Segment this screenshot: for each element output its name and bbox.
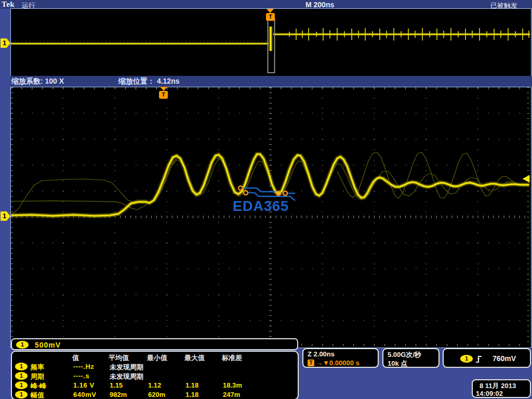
measurement-value: ----.s	[73, 372, 89, 380]
col-header-min: 最小值	[147, 353, 167, 363]
ghost-trace	[337, 152, 524, 198]
measurement-max: 1.18	[185, 391, 198, 398]
col-header-max: 最大值	[184, 353, 205, 363]
channel-scale-bar: 1 500mV	[11, 338, 298, 350]
col-header-value: 值	[72, 353, 79, 363]
datetime-box: 8 11月 2013 14:09:02	[472, 379, 531, 398]
trigger-position-arrow-overview[interactable]	[267, 9, 274, 13]
channel1-marker-overview[interactable]: 1	[1, 38, 10, 48]
measurement-name: 幅值	[31, 391, 44, 399]
trigger-t-badge-main[interactable]: T	[159, 91, 168, 99]
channel1-badge: 1	[15, 372, 28, 380]
measurement-std: 18.3m	[223, 381, 242, 389]
trace-edge-arrow	[523, 175, 530, 183]
channel1-badge: 1	[16, 341, 29, 349]
trigger-t-icon: T	[308, 360, 314, 366]
measurement-row-period: 1 周期 ----.s 未发现周期	[12, 372, 300, 380]
sample-rate-readout: 5.00G次/秒	[388, 350, 421, 360]
measurement-value: 1.16 V	[73, 381, 95, 389]
measurement-value: ----.Hz	[73, 363, 94, 370]
trigger-position-readout: →▼0.00000 s	[316, 359, 360, 367]
measurement-value: 640mV	[73, 391, 96, 398]
zoom-timebase-box: Z 2.00ns T →▼0.00000 s	[302, 348, 379, 368]
measurement-name: 峰-峰	[31, 381, 46, 391]
acquisition-box: 5.00G次/秒 10k 点	[382, 348, 440, 368]
measurement-max: 1.18	[185, 381, 198, 389]
record-length-readout: 10k 点	[388, 359, 407, 368]
col-header-mean: 平均值	[109, 353, 129, 363]
rising-edge-icon	[475, 354, 483, 364]
time-readout: 14:09:02	[476, 390, 503, 397]
watermark-text: EDA365	[233, 198, 289, 215]
col-header-std: 标准差	[222, 353, 242, 363]
measurement-min: 620m	[148, 391, 165, 398]
channel1-marker-main[interactable]: 1	[1, 211, 10, 221]
main-waveform-window	[10, 87, 531, 348]
main-waveform-svg	[11, 87, 530, 347]
measurement-name: 周期	[31, 372, 44, 381]
trigger-level-readout: 760mV	[493, 354, 516, 363]
measurement-note: 未发现周期	[110, 372, 143, 381]
oscilloscope-screen: Tek 运行 M 200ns 已被触发 1 T 缩放系数: 100 X 缩放位置…	[0, 0, 532, 399]
measurement-note: 未发现周期	[110, 363, 143, 372]
measurement-mean: 1.15	[110, 381, 123, 389]
tek-logo: Tek	[2, 0, 15, 9]
measurement-row-amplitude: 1 幅值 640mV 982m 620m 1.18 247m	[12, 391, 300, 399]
measurement-name: 频率	[31, 363, 44, 372]
trigger-t-badge-overview[interactable]: T	[266, 13, 275, 21]
measurement-min: 1.12	[148, 381, 161, 389]
title-bar: Tek 运行 M 200ns 已被触发	[0, 0, 532, 9]
channel1-badge: 1	[460, 355, 473, 363]
measurement-panel: 值 平均值 最小值 最大值 标准差 1 频率 ----.Hz 未发现周期 1 周…	[11, 351, 299, 399]
main-timebase-readout: M 200ns	[305, 1, 334, 9]
channel1-badge: 1	[15, 363, 28, 370]
zoom-position: 缩放位置： 4.12ns	[118, 77, 179, 86]
zoom-info-bar: 缩放系数: 100 X 缩放位置： 4.12ns	[10, 76, 532, 87]
measurement-row-pkpk: 1 峰-峰 1.16 V 1.15 1.12 1.18 18.3m	[12, 381, 300, 390]
zoom-timebase-readout: Z 2.00ns	[308, 350, 335, 358]
measurement-std: 247m	[223, 391, 240, 398]
channel-scale-readout: 500mV	[35, 341, 61, 349]
zoom-factor: 缩放系数: 100 X	[11, 77, 64, 86]
trigger-position-arrow-main[interactable]	[160, 87, 167, 91]
trigger-box: 1 760mV	[443, 348, 531, 368]
channel1-badge: 1	[15, 391, 28, 398]
measurement-row-frequency: 1 频率 ----.Hz 未发现周期	[12, 363, 300, 371]
channel1-badge: 1	[15, 381, 28, 389]
measurement-mean: 982m	[110, 391, 127, 398]
